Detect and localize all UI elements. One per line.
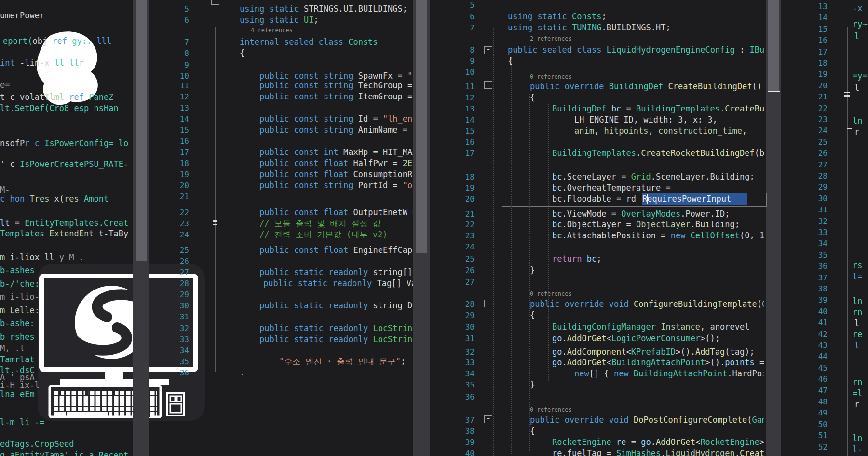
codelens-references[interactable]: 4 references xyxy=(251,27,293,34)
code-line[interactable]: umerPower xyxy=(0,11,44,21)
code-line[interactable]: public const float HalfPwr = 2E2f; xyxy=(259,158,413,169)
code-line[interactable]: bc.AttachablePosition = new CellOffset(0… xyxy=(552,231,764,241)
code-line[interactable]: anim, hitpoints, construction_time, xyxy=(574,126,747,137)
code-line[interactable]: { xyxy=(530,93,535,103)
code-line[interactable]: eport(obj ref gy:. lll xyxy=(3,36,111,47)
fold-collapse-icon[interactable]: − xyxy=(484,415,492,423)
code-line[interactable]: re xyxy=(853,330,862,340)
codelens-references[interactable]: 0 references xyxy=(530,73,572,80)
code-line[interactable]: go.AddOrGet<BuildingAttachPoint>().point… xyxy=(552,358,764,368)
code-line[interactable]: public override void DoPostConfigureComp… xyxy=(530,415,764,426)
code-line[interactable]: ' c IsPowerCreatePSU_RATE- xyxy=(0,159,128,170)
code-line[interactable]: ln xyxy=(853,433,862,444)
code-line[interactable]: public sealed class LiquidHydrogenEngine… xyxy=(508,45,764,55)
code-line[interactable]: go.AddComponent<KPrefabID>().AddTag(tag)… xyxy=(552,347,755,358)
code-line[interactable]: b-/'che: xyxy=(0,279,40,290)
code-line[interactable]: l= xyxy=(853,272,862,282)
code-line[interactable]: public static readonly string Df = xyxy=(259,301,413,311)
code-line[interactable]: public static readonly string[] Sets = xyxy=(259,267,413,278)
code-line[interactable]: LH_ENGINE_ID, width: 3, x: 3, xyxy=(574,115,718,125)
code-line[interactable]: using static TUNING.BUILDINGS.HT; xyxy=(508,23,671,33)
code-line[interactable]: l xyxy=(854,83,859,94)
code-line[interactable]: lt = EntityTemplates.Creat xyxy=(0,218,128,229)
code-line[interactable]: internal sealed class Consts xyxy=(240,37,378,48)
code-line[interactable]: rs xyxy=(853,261,862,271)
code-line[interactable]: int -lin-x ll llr xyxy=(0,58,84,69)
code-line[interactable]: ry~ xyxy=(853,19,868,30)
code-line[interactable]: -x xyxy=(853,3,862,14)
code-line[interactable]: public static readonly Tag[] Vals = GetA… xyxy=(263,278,413,289)
code-line[interactable]: { xyxy=(530,310,535,321)
code-line[interactable]: } xyxy=(530,265,535,276)
code-line[interactable]: BuildingConfigManager Instance, anorevel xyxy=(552,322,749,332)
code-line[interactable]: bc.Floodable = rd xyxy=(552,194,636,205)
code-line[interactable]: g aEntityTama' ic a Recept xyxy=(0,450,128,456)
code-line[interactable]: bc.ViewMode = OverlayModes.Power.ID; xyxy=(552,209,730,220)
fold-collapse-icon[interactable]: − xyxy=(484,81,492,89)
code-line[interactable]: l xyxy=(854,31,859,42)
code-line[interactable]: public override void ConfigureBuildingTe… xyxy=(530,299,764,310)
code-line[interactable]: new[] { new BuildingAttachPoint.HardPoin… xyxy=(574,369,764,379)
code-line[interactable]: public const int MaxHp = HIT_MAX; xyxy=(259,147,413,158)
code-line[interactable]: public const float ConsumptionRate = xyxy=(259,169,413,180)
code-line[interactable]: "수소 엔진 · 출력 안내 문구"; xyxy=(279,357,406,367)
code-line[interactable]: public const float EngineEffCap = xyxy=(259,245,413,256)
code-line[interactable]: m Lelle: xyxy=(0,305,40,316)
scrollbar-thumb[interactable] xyxy=(416,0,427,253)
scrollbar-thumb[interactable] xyxy=(136,0,147,261)
code-line[interactable]: rn xyxy=(853,377,862,388)
code-line[interactable]: public static readonly LocString Name = xyxy=(259,323,413,334)
code-line[interactable]: { xyxy=(240,48,244,59)
code-line[interactable]: public static readonly LocString Desc = xyxy=(259,334,413,345)
code-line[interactable]: RocketEngine re = go.AddOrGet<RocketEngi… xyxy=(552,437,764,448)
code-line[interactable]: edTags.CropSeed xyxy=(0,439,74,450)
fold-collapse-icon[interactable]: − xyxy=(484,300,492,307)
code-line[interactable]: Templates ExtendEnt t-TaBy xyxy=(0,229,128,239)
codelens-references[interactable]: 0 references xyxy=(530,406,572,413)
code-line[interactable]: =y= xyxy=(853,71,868,82)
code-line[interactable]: BuildingTemplates.CreateRocketBuildingDe… xyxy=(552,148,764,159)
code-line[interactable]: l-m_li -= xyxy=(0,417,44,428)
code-line[interactable]: b-ashe: xyxy=(0,318,35,329)
code-line[interactable]: bc.SceneLayer = Grid.SceneLayer.Building… xyxy=(552,172,755,182)
code-line[interactable]: BuildingDef bc = BuildingTemplates.Creat… xyxy=(552,104,764,114)
code-line[interactable]: // 전력 소비 기본값 (내부 v2) xyxy=(259,230,388,240)
code-line[interactable]: rn xyxy=(853,307,862,318)
code-line[interactable]: ln xyxy=(853,116,862,126)
code-line[interactable]: bc.OverheatTemperature = xyxy=(552,183,671,193)
code-line[interactable]: public const string ItemGroup = xyxy=(259,92,412,102)
code-line[interactable]: r xyxy=(854,127,859,138)
code-line[interactable]: t c volatTlml ref PaneZ xyxy=(0,92,113,103)
code-line[interactable]: lt.SetDef(Cro8 esp nsHan xyxy=(0,103,119,114)
code-line[interactable]: l xyxy=(854,341,859,351)
codelens-references[interactable]: 2 references xyxy=(530,35,572,42)
code-line[interactable]: bc.ObjectLayer = ObjectLayer.Building; xyxy=(552,220,740,230)
code-line[interactable]: { xyxy=(530,426,535,437)
fold-collapse-icon[interactable]: − xyxy=(484,46,492,54)
code-line[interactable]: lna eEm xyxy=(0,389,35,400)
code-line[interactable]: return bc; xyxy=(552,254,601,264)
code-line[interactable]: l- xyxy=(853,444,862,455)
code-line[interactable]: public const string PortId = "out"; xyxy=(259,180,413,191)
codelens-references[interactable]: 0 references xyxy=(530,290,572,297)
code-line[interactable]: M, .l xyxy=(0,344,25,354)
code-line[interactable]: public const string TechGroup = xyxy=(259,81,412,91)
code-line[interactable]: using static Consts; xyxy=(508,12,607,22)
code-line[interactable]: l xyxy=(854,318,859,329)
code-line[interactable]: public const string Id = "lh_eng" xyxy=(259,114,413,124)
code-line[interactable]: c hon Tres x(res Amont xyxy=(0,194,108,205)
code-line[interactable]: b-ashes xyxy=(0,265,35,276)
code-line[interactable]: public override BuildingDef CreateBuildi… xyxy=(530,82,762,92)
code-line[interactable]: go.AddOrGet<LogicPowerConsumer>(); xyxy=(552,333,720,344)
code-line[interactable]: m i-liox ll y_M . xyxy=(0,252,84,263)
code-line[interactable]: // 모듈 출력 및 배치 설정 값 xyxy=(259,219,381,229)
code-line[interactable]: b rshes xyxy=(0,332,35,343)
code-line[interactable]: using static UI; xyxy=(240,15,319,26)
code-line[interactable]: using static STRINGS.UI.BUILDINGS; xyxy=(240,4,407,14)
code-line[interactable]: public const float OutputEnetW = xyxy=(259,207,413,218)
code-line[interactable]: ln xyxy=(853,296,862,307)
code-line[interactable]: public const string SpawnFx = "fx_dust" xyxy=(259,71,413,82)
scrollbar-thumb[interactable] xyxy=(768,0,779,92)
code-line[interactable]: nsofPr c IsPowerConfig= lo xyxy=(0,138,128,149)
code-line[interactable]: Tamrlat xyxy=(0,355,35,365)
